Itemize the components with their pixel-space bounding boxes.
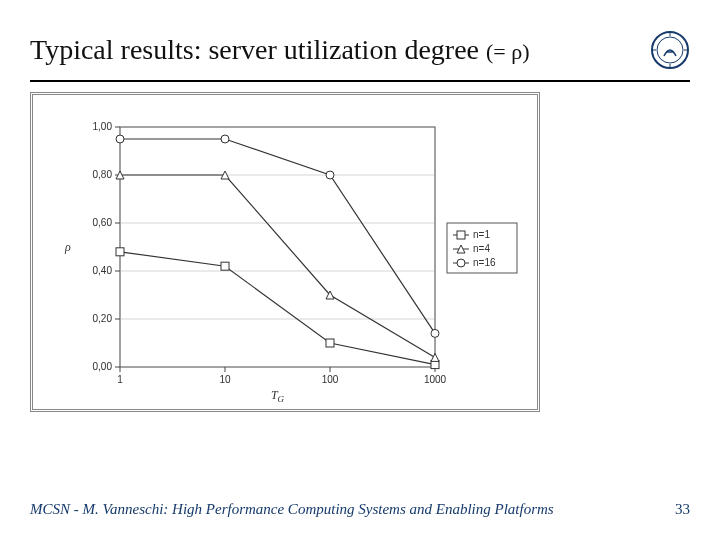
chart-container: 0,000,200,400,600,801,001101001000ρTGn=1… — [30, 92, 540, 412]
svg-rect-36 — [221, 262, 229, 270]
svg-text:0,20: 0,20 — [93, 313, 113, 324]
svg-rect-37 — [326, 339, 334, 347]
svg-rect-6 — [120, 127, 435, 367]
title-suffix: (= ρ) — [486, 39, 530, 64]
svg-text:n=1: n=1 — [473, 229, 490, 240]
svg-point-50 — [457, 259, 465, 267]
svg-text:TG: TG — [271, 388, 285, 404]
page-title: Typical results: server utilization degr… — [30, 34, 530, 66]
svg-text:n=16: n=16 — [473, 257, 496, 268]
title-main: Typical results: server utilization degr… — [30, 34, 479, 65]
svg-text:1000: 1000 — [424, 374, 447, 385]
svg-text:10: 10 — [219, 374, 231, 385]
svg-rect-45 — [457, 231, 465, 239]
svg-text:0,40: 0,40 — [93, 265, 113, 276]
svg-text:0,00: 0,00 — [93, 361, 113, 372]
svg-text:0,60: 0,60 — [93, 217, 113, 228]
svg-text:n=4: n=4 — [473, 243, 490, 254]
page-number: 33 — [675, 501, 690, 518]
svg-point-42 — [431, 329, 439, 337]
svg-point-41 — [326, 171, 334, 179]
svg-rect-35 — [116, 248, 124, 256]
svg-point-40 — [221, 135, 229, 143]
svg-point-39 — [116, 135, 124, 143]
utilization-chart: 0,000,200,400,600,801,001101001000ρTGn=1… — [35, 97, 535, 407]
title-divider — [30, 80, 690, 82]
svg-text:0,80: 0,80 — [93, 169, 113, 180]
svg-text:100: 100 — [322, 374, 339, 385]
university-seal-icon — [650, 30, 690, 70]
svg-text:1,00: 1,00 — [93, 121, 113, 132]
svg-text:ρ: ρ — [64, 240, 71, 254]
svg-text:1: 1 — [117, 374, 123, 385]
footer-credit: MCSN - M. Vanneschi: High Performance Co… — [30, 501, 554, 518]
